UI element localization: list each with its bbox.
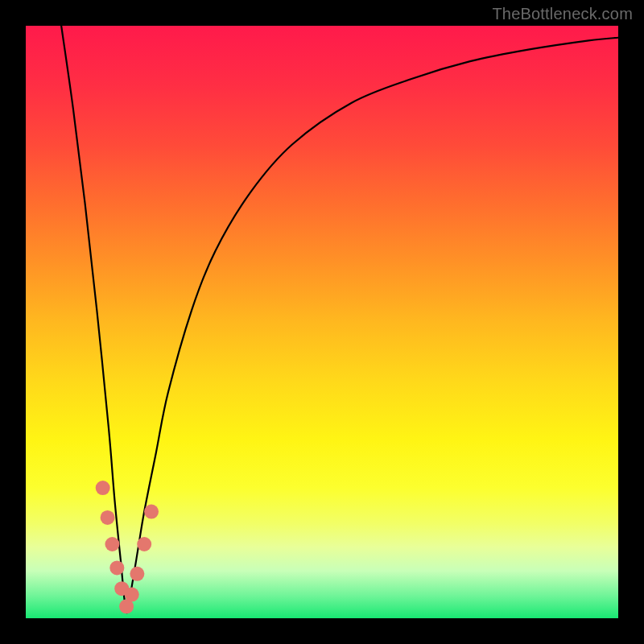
marker-dot	[96, 481, 110, 495]
marker-dot	[101, 510, 115, 525]
marker-dot	[125, 588, 139, 602]
highlighted-dots	[96, 481, 159, 613]
marker-dot	[144, 505, 159, 519]
bottleneck-curve-svg	[26, 26, 618, 618]
marker-dot	[130, 567, 144, 581]
marker-dot	[137, 537, 151, 551]
marker-dot	[109, 560, 124, 575]
bottleneck-curve	[61, 26, 618, 613]
chart-frame: TheBottleneck.com	[0, 0, 644, 644]
plot-area	[26, 26, 618, 618]
marker-dot	[105, 537, 119, 551]
watermark-text: TheBottleneck.com	[492, 5, 633, 23]
